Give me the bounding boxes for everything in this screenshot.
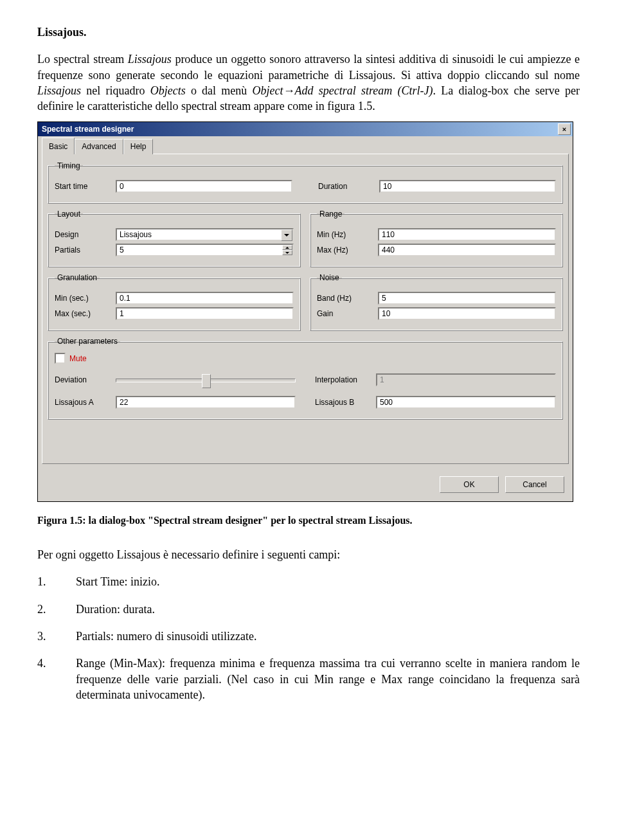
chevron-up-icon [285,247,289,249]
list-item: 2. Duration: durata. [37,602,580,617]
label-lissajous-b: Lissajous B [315,397,376,407]
cancel-button[interactable]: Cancel [505,476,564,493]
lissajous-a-input[interactable] [116,396,296,409]
group-range: Range Min (Hz) Max (Hz) [310,209,563,267]
label-design: Design [55,229,116,240]
text-italic: Add spectral stream (Ctrl-J) [295,84,433,97]
close-button[interactable]: × [558,123,571,135]
spectral-stream-designer-dialog: Spectral stream designer × Basic Advance… [37,121,573,502]
spin-down-button[interactable] [282,250,292,255]
design-input[interactable] [116,228,294,241]
label-start-time: Start time [55,181,116,192]
group-granulation: Granulation Min (sec.) Max (sec.) [48,273,301,331]
list-text: Duration: durata. [76,602,580,617]
list-item: 1. Start Time: inizio. [37,574,580,589]
gain-input[interactable] [378,307,556,320]
duration-input[interactable] [379,180,556,193]
label-band-hz: Band (Hz) [317,293,378,303]
text-italic: Lissajous [37,84,81,97]
design-combobox[interactable] [116,228,294,241]
list-text: Partials: numero di sinusoidi utilizzate… [76,629,580,644]
max-hz-input[interactable] [378,244,556,256]
list-number: 1. [37,574,76,589]
text-italic: Objects [150,84,186,97]
lead-paragraph: Per ogni oggetto Lissajous è necessario … [37,547,580,562]
label-lissajous-a: Lissajous A [55,397,116,407]
label-max-hz: Max (Hz) [317,245,378,255]
tab-help[interactable]: Help [123,139,154,154]
spin-up-button[interactable] [282,245,292,250]
text: nel riquadro [81,84,150,97]
group-legend: Range [317,209,344,219]
label-min-sec: Min (sec.) [55,293,116,303]
chevron-down-icon [285,252,289,254]
label-deviation: Deviation [55,375,116,385]
lissajous-b-input[interactable] [376,396,556,409]
group-legend: Timing [55,161,83,171]
group-other-parameters: Other parameters Mute Deviation Interpol… [48,336,563,420]
list-item: 3. Partials: numero di sinusoidi utilizz… [37,629,580,644]
group-legend: Granulation [55,273,100,283]
partials-spinner[interactable] [116,244,294,256]
list-number: 3. [37,629,76,644]
tab-panel-basic: Timing Start time Duration Layout Design [42,154,569,465]
label-max-sec: Max (sec.) [55,308,116,319]
slider-thumb[interactable] [202,374,211,388]
text-italic: Object [253,84,283,97]
partials-input[interactable] [116,244,294,256]
chevron-down-icon [284,234,289,237]
start-time-input[interactable] [116,180,292,193]
figure-caption: Figura 1.5: la dialog-box "Spectral stre… [37,514,580,528]
tab-bar: Basic Advanced Help [38,136,573,154]
checkbox-box[interactable] [55,353,66,364]
list-number: 4. [37,656,76,702]
group-legend: Noise [317,273,342,283]
band-hz-input[interactable] [378,292,556,305]
label-duration: Duration [318,181,379,192]
list-number: 2. [37,602,76,617]
dropdown-button[interactable] [281,229,292,241]
tab-basic[interactable]: Basic [42,138,75,154]
group-timing: Timing Start time Duration [48,161,563,204]
tab-advanced[interactable]: Advanced [75,139,123,154]
min-sec-input[interactable] [116,292,294,305]
group-layout: Layout Design Partials [48,209,301,267]
max-sec-input[interactable] [116,307,294,320]
text-italic: Lissajous [128,53,172,66]
group-noise: Noise Band (Hz) Gain [310,273,563,331]
field-list: 1. Start Time: inizio. 2. Duration: dura… [37,574,580,702]
label-min-hz: Min (Hz) [317,229,378,240]
min-hz-input[interactable] [378,228,556,241]
ok-button[interactable]: OK [440,476,499,493]
label-partials: Partials [55,245,116,255]
group-legend: Other parameters [55,336,120,346]
close-icon: × [562,125,566,134]
label-gain: Gain [317,308,378,319]
dialog-title: Spectral stream designer [42,124,134,134]
text: o dal menù [186,84,253,97]
label-interpolation: Interpolation [315,375,376,385]
group-legend: Layout [55,209,83,219]
arrow-icon: → [283,84,295,97]
list-text: Start Time: inizio. [76,574,580,589]
intro-paragraph: Lo spectral stream Lissajous produce un … [37,51,580,114]
text: Lo spectral stream [37,53,128,66]
list-item: 4. Range (Min-Max): frequenza minima e f… [37,656,580,702]
dialog-titlebar[interactable]: Spectral stream designer × [38,122,573,136]
label-mute: Mute [69,353,87,364]
mute-checkbox[interactable]: Mute [55,353,556,364]
interpolation-input [376,373,556,386]
deviation-slider[interactable] [116,373,296,387]
section-heading: Lissajous. [37,24,580,40]
list-text: Range (Min-Max): frequenza minima e freq… [76,656,580,702]
